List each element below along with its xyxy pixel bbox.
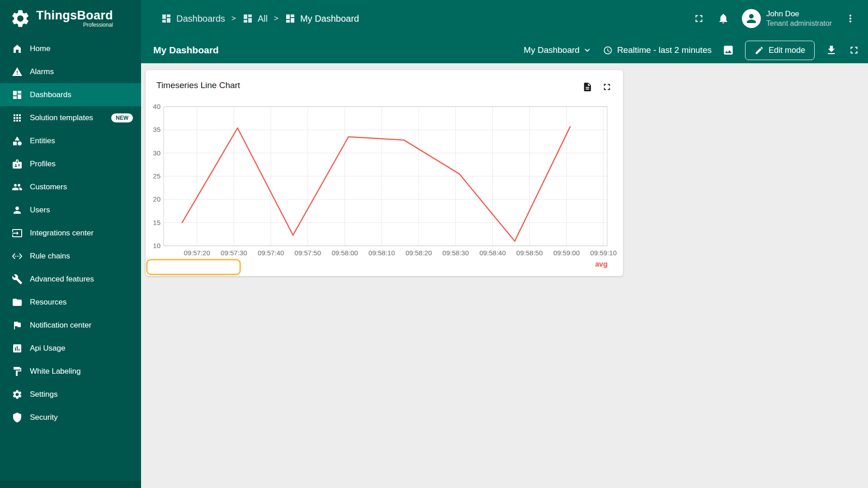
- app-logo[interactable]: ThingsBoard Professional: [0, 0, 141, 37]
- sidebar-item-label: Home: [30, 44, 50, 53]
- dashboard-icon: [12, 89, 23, 100]
- notifications-bell-icon[interactable]: [717, 13, 729, 24]
- dashboard-selector[interactable]: My Dashboard: [524, 45, 592, 55]
- sidebar-item-users[interactable]: Users: [0, 198, 141, 221]
- person-icon: [745, 12, 758, 25]
- topbar: Dashboards > All > My Dashboard John Doe…: [141, 0, 868, 37]
- svg-text:25: 25: [153, 172, 160, 180]
- edit-mode-button[interactable]: Edit mode: [745, 41, 815, 60]
- fullscreen-icon[interactable]: [693, 13, 705, 24]
- highlighted-empty-field[interactable]: [146, 259, 241, 275]
- app-title: ThingsBoard: [36, 9, 113, 22]
- dashboard-toolbar: My Dashboard My Dashboard Realtime - las…: [141, 37, 868, 63]
- svg-text:15: 15: [153, 219, 160, 226]
- svg-text:09:59:00: 09:59:00: [553, 249, 580, 257]
- thingsboard-logo-icon: [10, 8, 31, 29]
- timewindow-button[interactable]: Realtime - last 2 minutes: [603, 45, 712, 55]
- sidebar-item-label: Users: [30, 206, 50, 215]
- apps-icon: [12, 113, 23, 123]
- category-icon: [12, 136, 23, 146]
- breadcrumb: Dashboards > All > My Dashboard: [161, 13, 359, 24]
- sidebar-item-dashboards[interactable]: Dashboards: [0, 83, 141, 106]
- widget-actions: [582, 82, 612, 92]
- sidebar-item-rule-chains[interactable]: Rule chains: [0, 244, 141, 267]
- breadcrumb-item-label: Dashboards: [176, 14, 225, 24]
- svg-text:09:57:20: 09:57:20: [184, 249, 210, 257]
- sidebar-item-label: Customers: [30, 183, 67, 192]
- user-menu[interactable]: John Doe Tenant administrator: [742, 9, 832, 28]
- expand-icon[interactable]: [848, 44, 860, 56]
- sidebar-item-label: Advanced features: [30, 275, 94, 284]
- svg-text:40: 40: [153, 103, 160, 110]
- breadcrumb-separator: >: [274, 14, 278, 23]
- sidebar: ThingsBoard Professional Home Alarms Das…: [0, 0, 141, 488]
- badge-icon: [12, 159, 23, 169]
- user-role: Tenant administrator: [766, 19, 832, 28]
- logo-text: ThingsBoard Professional: [36, 9, 113, 28]
- gear-icon: [12, 389, 23, 400]
- breadcrumb-item-dashboards[interactable]: Dashboards: [161, 13, 225, 24]
- ethernet-icon: [12, 251, 23, 262]
- sidebar-item-label: Solution templates: [30, 113, 93, 122]
- sidebar-item-home[interactable]: Home: [0, 37, 141, 60]
- sidebar-item-label: Rule chains: [30, 252, 70, 261]
- timeseries-line-chart[interactable]: 1015202530354009:57:2009:57:3009:57:4009…: [146, 70, 623, 260]
- sidebar-item-advanced-features[interactable]: Advanced features: [0, 267, 141, 291]
- sidebar-item-label: White Labeling: [30, 367, 80, 376]
- warning-icon: [12, 66, 23, 77]
- more-vert-icon[interactable]: [844, 13, 856, 24]
- export-widget-icon[interactable]: [582, 82, 593, 92]
- sidebar-item-profiles[interactable]: Profiles: [0, 152, 141, 175]
- svg-text:30: 30: [153, 149, 160, 157]
- timeseries-widget[interactable]: 1015202530354009:57:2009:57:3009:57:4009…: [146, 70, 623, 276]
- breadcrumb-item-my-dashboard[interactable]: My Dashboard: [285, 13, 359, 24]
- svg-text:10: 10: [153, 242, 160, 249]
- edit-mode-label: Edit mode: [769, 46, 805, 55]
- sidebar-item-label: Alarms: [30, 67, 54, 76]
- build-icon: [12, 274, 23, 285]
- dashboard-image-icon[interactable]: [722, 44, 734, 56]
- shield-icon: [12, 412, 23, 423]
- home-icon: [12, 43, 23, 54]
- sidebar-item-solution-templates[interactable]: Solution templates NEW: [0, 106, 141, 129]
- widget-fullscreen-icon[interactable]: [602, 82, 612, 92]
- svg-text:09:58:00: 09:58:00: [331, 249, 358, 257]
- sidebar-item-label: Profiles: [30, 160, 56, 169]
- sidebar-item-label: Entities: [30, 136, 55, 145]
- sidebar-item-alarms[interactable]: Alarms: [0, 60, 141, 83]
- page-title: My Dashboard: [153, 45, 219, 56]
- dashboard-icon: [161, 13, 172, 24]
- sidebar-item-integrations-center[interactable]: Integrations center: [0, 221, 141, 244]
- sidebar-item-entities[interactable]: Entities: [0, 129, 141, 152]
- svg-text:09:57:40: 09:57:40: [258, 249, 284, 257]
- sidebar-item-settings[interactable]: Settings: [0, 383, 141, 406]
- sidebar-item-label: Resources: [30, 298, 66, 307]
- sidebar-item-white-labeling[interactable]: White Labeling: [0, 360, 141, 383]
- paint-icon: [12, 366, 23, 377]
- sidebar-item-resources[interactable]: Resources: [0, 291, 141, 314]
- sidebar-item-label: Notification center: [30, 321, 91, 330]
- breadcrumb-item-label: All: [258, 14, 268, 24]
- download-icon[interactable]: [826, 44, 837, 56]
- sidebar-item-notification-center[interactable]: Notification center: [0, 314, 141, 337]
- folder-icon: [12, 297, 23, 308]
- user-text: John Doe Tenant administrator: [766, 9, 832, 28]
- sidebar-scroll-shadow: [0, 481, 141, 488]
- breadcrumb-item-all[interactable]: All: [242, 13, 268, 24]
- sidebar-item-api-usage[interactable]: Api Usage: [0, 337, 141, 360]
- chart-legend: avg: [595, 260, 608, 268]
- sidebar-item-security[interactable]: Security: [0, 406, 141, 429]
- sidebar-item-customers[interactable]: Customers: [0, 175, 141, 198]
- chart-icon: [12, 343, 23, 354]
- widget-title: Timeseries Line Chart: [156, 80, 240, 90]
- legend-item-avg[interactable]: avg: [595, 260, 608, 268]
- dashboard-canvas: 1015202530354009:57:2009:57:3009:57:4009…: [141, 63, 868, 488]
- sidebar-item-label: Api Usage: [30, 344, 65, 353]
- svg-text:09:59:10: 09:59:10: [590, 249, 617, 257]
- sidebar-item-label: Security: [30, 413, 57, 422]
- people-icon: [12, 182, 23, 192]
- avatar: [742, 9, 761, 28]
- svg-text:20: 20: [153, 195, 160, 203]
- app-edition: Professional: [36, 22, 113, 28]
- svg-text:35: 35: [153, 126, 160, 133]
